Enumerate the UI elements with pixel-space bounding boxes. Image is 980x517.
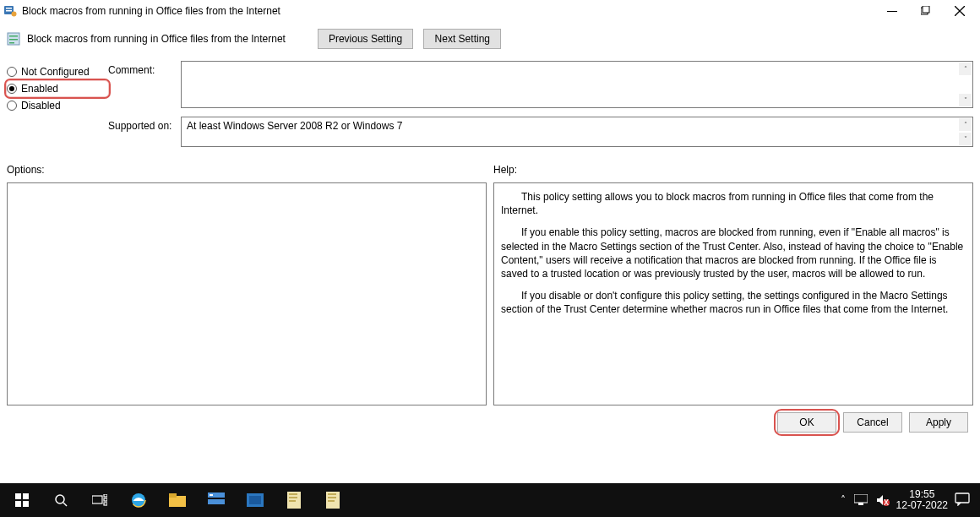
svg-rect-15 <box>15 501 21 507</box>
help-paragraph: If you enable this policy setting, macro… <box>501 226 966 280</box>
scroll-up-icon[interactable]: ˄ <box>959 63 972 75</box>
taskbar-ie-icon[interactable] <box>120 483 157 517</box>
cancel-button[interactable]: Cancel <box>843 412 902 433</box>
subtitle-row: Block macros from running in Office file… <box>0 22 980 52</box>
tray-chevron-icon[interactable]: ˄ <box>841 494 846 506</box>
radio-icon <box>7 101 17 111</box>
supported-value: At least Windows Server 2008 R2 or Windo… <box>187 120 402 132</box>
svg-rect-1 <box>6 8 12 9</box>
comment-label: Comment: <box>108 61 181 108</box>
options-label: Options: <box>7 161 487 182</box>
svg-rect-4 <box>887 11 897 12</box>
state-radio-group: Not Configured Enabled Disabled <box>7 52 108 155</box>
svg-rect-6 <box>923 6 929 13</box>
panes-row: Options: Help: This policy setting allow… <box>0 155 980 405</box>
svg-rect-28 <box>208 499 225 504</box>
task-view-button[interactable] <box>81 483 118 517</box>
help-box[interactable]: This policy setting allows you to block … <box>493 182 973 405</box>
svg-rect-29 <box>210 494 213 496</box>
radio-label: Disabled <box>21 100 61 112</box>
options-pane: Options: <box>7 161 487 405</box>
radio-icon <box>7 67 17 77</box>
svg-text:x: x <box>884 496 889 506</box>
svg-rect-16 <box>23 501 29 507</box>
network-icon[interactable] <box>854 494 868 506</box>
svg-rect-13 <box>15 493 21 499</box>
previous-setting-button[interactable]: Previous Setting <box>318 29 413 49</box>
svg-rect-35 <box>858 503 863 505</box>
radio-not-configured[interactable]: Not Configured <box>7 63 108 81</box>
svg-rect-20 <box>104 494 107 497</box>
next-setting-button[interactable]: Next Setting <box>423 29 501 49</box>
svg-point-3 <box>12 12 17 17</box>
group-policy-icon <box>3 4 17 18</box>
maximize-button[interactable] <box>909 1 943 21</box>
help-paragraph: This policy setting allows you to block … <box>501 190 966 217</box>
policy-setting-icon <box>7 32 20 46</box>
tray-clock[interactable]: 19:55 12-07-2022 <box>896 489 948 511</box>
ok-button[interactable]: OK <box>777 412 836 433</box>
svg-rect-10 <box>9 35 18 37</box>
window-title: Block macros from running in Office file… <box>22 5 875 17</box>
apply-button[interactable]: Apply <box>909 412 968 433</box>
taskbar-app-icon[interactable] <box>314 483 351 517</box>
minimize-button[interactable] <box>875 1 909 21</box>
svg-rect-2 <box>6 10 12 12</box>
taskbar-explorer-icon[interactable] <box>159 483 196 517</box>
radio-disabled[interactable]: Disabled <box>7 96 108 115</box>
radio-dot-icon <box>9 86 14 91</box>
svg-rect-19 <box>92 496 102 503</box>
comment-row: Comment: ˄ ˅ <box>108 61 973 108</box>
help-pane: Help: This policy setting allows you to … <box>493 161 973 405</box>
svg-rect-26 <box>169 493 177 498</box>
volume-muted-icon[interactable]: x <box>876 494 890 506</box>
help-label: Help: <box>493 161 973 182</box>
supported-label: Supported on: <box>108 117 181 147</box>
svg-point-17 <box>56 495 64 503</box>
scroll-down-icon[interactable]: ˅ <box>959 94 972 106</box>
close-button[interactable] <box>943 1 977 21</box>
taskbar: ˄ x 19:55 12-07-2022 <box>0 483 980 517</box>
start-button[interactable] <box>3 483 41 517</box>
tray-icons[interactable]: ˄ x <box>841 494 890 506</box>
svg-rect-38 <box>956 493 969 503</box>
policy-subtitle: Block macros from running in Office file… <box>27 33 311 45</box>
svg-rect-34 <box>854 494 868 503</box>
radio-icon <box>7 84 17 94</box>
supported-textbox: At least Windows Server 2008 R2 or Windo… <box>181 117 973 147</box>
svg-rect-22 <box>104 503 107 505</box>
options-box[interactable] <box>7 182 487 405</box>
svg-rect-12 <box>9 42 14 44</box>
comment-textarea[interactable]: ˄ ˅ <box>181 61 973 108</box>
policy-body: Not Configured Enabled Disabled Comment:… <box>0 52 980 155</box>
tray-date-text: 12-07-2022 <box>896 500 948 511</box>
help-paragraph: If you disable or don't configure this p… <box>501 289 966 316</box>
taskbar-server-manager-icon[interactable] <box>198 483 235 517</box>
title-bar: Block macros from running in Office file… <box>0 0 980 22</box>
svg-rect-31 <box>249 496 261 504</box>
svg-rect-21 <box>104 498 107 501</box>
taskbar-app-icon[interactable] <box>237 483 274 517</box>
radio-label: Enabled <box>21 83 58 95</box>
notifications-icon[interactable] <box>955 493 970 509</box>
svg-rect-11 <box>9 39 18 41</box>
dialog-buttons: OK Cancel Apply <box>0 405 980 439</box>
supported-row: Supported on: At least Windows Server 20… <box>108 117 973 147</box>
scroll-up-icon[interactable]: ˄ <box>959 118 972 131</box>
ok-highlight: OK <box>777 412 836 433</box>
svg-rect-14 <box>23 493 29 499</box>
radio-label: Not Configured <box>21 66 90 78</box>
radio-enabled[interactable]: Enabled <box>7 81 108 96</box>
search-button[interactable] <box>42 483 79 517</box>
fields-column: Comment: ˄ ˅ Supported on: At least Wind… <box>108 52 973 155</box>
svg-line-18 <box>63 503 67 506</box>
window-controls <box>875 1 977 21</box>
scroll-down-icon[interactable]: ˅ <box>959 133 972 145</box>
taskbar-app-icon[interactable] <box>275 483 313 517</box>
